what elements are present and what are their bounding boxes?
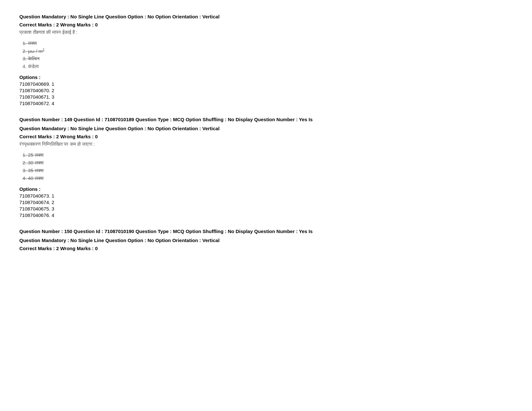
options-label-149: Options :: [19, 186, 513, 192]
option-148-1: 1. लक्स: [23, 40, 513, 46]
marks-line-148: Correct Marks : 2 Wrong Marks : 0: [19, 22, 513, 27]
question-text-148: प्रकाश तीक्ष्णता की मापन ईकाई है :: [19, 29, 513, 35]
option-id-149-1: 71087040673. 1: [19, 193, 513, 199]
question-meta-148-line1: Question Mandatory : No Single Line Ques…: [19, 13, 513, 21]
option-id-149-3: 71087040675. 3: [19, 206, 513, 211]
options-label-148: Options :: [19, 74, 513, 80]
question-text-149: रंगपृथक्करण निम्निलिखित पर कम हो जाएगा :: [19, 141, 513, 147]
question-meta-150-line2: Question Mandatory : No Single Line Ques…: [19, 237, 513, 244]
question-meta-150-line1: Question Number : 150 Question Id : 7108…: [19, 228, 513, 235]
question-meta-149-line2: Question Mandatory : No Single Line Ques…: [19, 125, 513, 132]
question-block-150: Question Number : 150 Question Id : 7108…: [19, 228, 513, 251]
question-block-148: Question Mandatory : No Single Line Ques…: [19, 13, 513, 106]
option-id-149-4: 71087040676. 4: [19, 212, 513, 218]
options-list-149: 1. 25 लक्स 2. 30 लक्स 3. 35 लक्स 4. 40 ल…: [19, 152, 513, 181]
option-id-148-4: 71087040672. 4: [19, 101, 513, 106]
option-148-2: 2. μω / m2: [23, 48, 513, 54]
option-148-3: 3. केल्विन: [23, 56, 513, 62]
marks-line-150: Correct Marks : 2 Wrong Marks : 0: [19, 246, 513, 251]
option-149-1: 1. 25 लक्स: [23, 152, 513, 158]
marks-line-149: Correct Marks : 2 Wrong Marks : 0: [19, 134, 513, 139]
option-149-4: 4. 40 लक्स: [23, 175, 513, 181]
option-id-148-3: 71087040671. 3: [19, 94, 513, 100]
options-list-148: 1. लक्स 2. μω / m2 3. केल्विन 4. कंडेला: [19, 40, 513, 69]
option-148-4: 4. कंडेला: [23, 64, 513, 69]
option-149-3: 3. 35 लक्स: [23, 168, 513, 173]
question-block-149: Question Number : 149 Question Id : 7108…: [19, 116, 513, 218]
question-meta-149-line1: Question Number : 149 Question Id : 7108…: [19, 116, 513, 123]
option-149-2: 2. 30 लक्स: [23, 160, 513, 166]
option-id-148-1: 71087040669. 1: [19, 81, 513, 87]
option-id-148-2: 71087040670. 2: [19, 88, 513, 93]
option-id-149-2: 71087040674. 2: [19, 200, 513, 205]
